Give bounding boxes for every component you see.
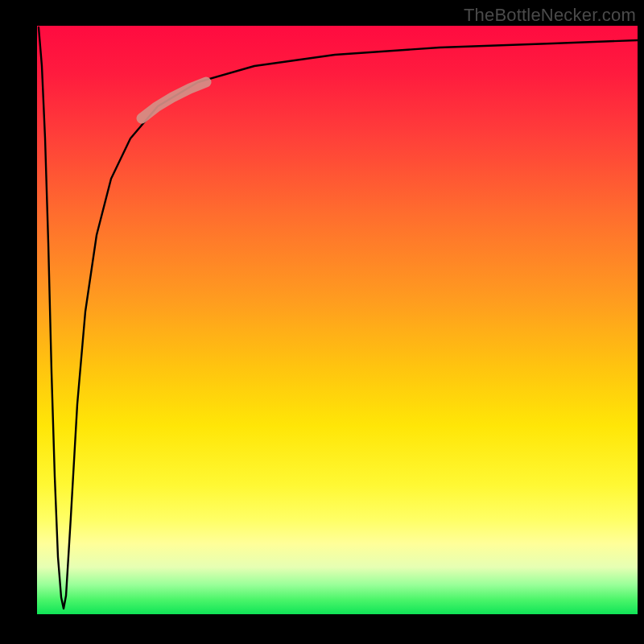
watermark-label: TheBottleNecker.com bbox=[464, 5, 636, 26]
chart-frame: TheBottleNecker.com bbox=[0, 0, 644, 644]
plot-background-gradient bbox=[37, 26, 638, 614]
